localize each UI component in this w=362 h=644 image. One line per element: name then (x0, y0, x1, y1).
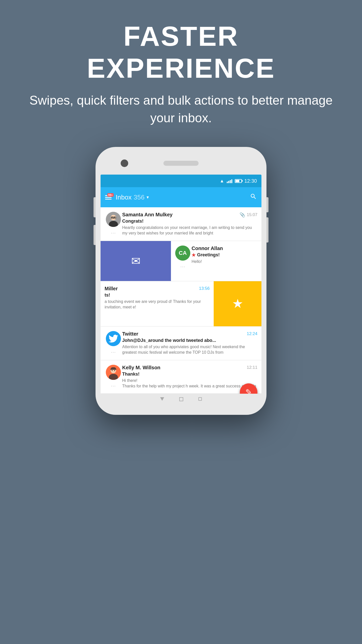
volume-button-right (266, 217, 268, 243)
avatar-area-connor: CA ··· (174, 246, 192, 269)
email-subject-connor: ★ Greetings! (192, 252, 258, 258)
email-time-kelly: 12:11 (247, 365, 257, 370)
email-item-twitter[interactable]: ··· Twitter 12:24 John@DJs_around the wo… (101, 327, 261, 360)
star-icon: ★ (192, 252, 196, 258)
avatar-area-kelly: ··· (105, 365, 122, 389)
email-item-kelly[interactable]: ··· Kelly M. Willson 12:11 Thanks! Hi th… (101, 360, 261, 394)
page-title: FASTER EXPERIENCE (25, 20, 337, 84)
inbox-title: Inbox 356 ▾ (116, 193, 246, 201)
email-options-dots-samanta[interactable]: ··· (111, 230, 116, 236)
wifi-icon: ▲ (220, 178, 224, 184)
email-content-samanta: Samanta Ann Mulkey 📎 15:07 Congrats! Hea… (122, 212, 257, 236)
swipe-mark-read-action: ✉ (101, 241, 171, 281)
notification-badge: 99+ (107, 193, 114, 197)
status-icons: ▲ 12:30 (220, 178, 257, 184)
email-subject-miller: ts! (105, 293, 210, 298)
inbox-label: Inbox (116, 193, 132, 201)
phone-shell: ▲ 12:30 9 (96, 147, 266, 415)
star-swipe-icon: ★ (232, 296, 243, 311)
mark-read-icon: ✉ (131, 255, 141, 267)
app-bar: 99+ Inbox 356 ▾ (101, 187, 261, 207)
hamburger-line-3 (105, 199, 112, 199)
email-subject-kelly: Thanks! (122, 372, 257, 377)
email-options-dots-twitter[interactable]: ··· (111, 349, 116, 355)
sender-name-connor: Connor Allan (192, 246, 223, 251)
status-bar: ▲ 12:30 (101, 175, 261, 187)
attachment-icon: 📎 (240, 212, 245, 218)
email-preview-miller: a touching event we are very proud d! Th… (105, 299, 210, 310)
phone-screen: ▲ 12:30 9 (101, 175, 261, 394)
recents-nav-button[interactable] (198, 397, 202, 401)
email-list: ··· Samanta Ann Mulkey 📎 15:07 Congrats!… (101, 207, 261, 394)
swipe-star-action: ★ (214, 281, 261, 326)
connor-email-content: CA ··· Connor Allan ★ Greetings! Hello! (171, 241, 261, 281)
hamburger-line-2 (105, 197, 112, 198)
avatar-twitter (106, 331, 121, 346)
dropdown-arrow-icon[interactable]: ▾ (147, 194, 149, 200)
email-preview-connor: Hello! (192, 259, 258, 264)
email-time-samanta: 📎 15:07 (240, 212, 257, 218)
email-time-twitter: 12:24 (247, 331, 257, 336)
email-item-samanta[interactable]: ··· Samanta Ann Mulkey 📎 15:07 Congrats!… (101, 207, 261, 241)
email-content-twitter: Twitter 12:24 John@DJs_around the world … (122, 331, 257, 355)
miller-email-content: Miller 13:56 ts! a touching event we are… (101, 281, 214, 326)
email-subject-twitter: John@DJs_around the world tweeted abo... (122, 338, 257, 343)
avatar-samanta (106, 212, 121, 227)
compose-icon: ✎ (245, 387, 252, 394)
page-subtitle: Swipes, quick filters and bulk actions t… (25, 92, 337, 127)
email-subject-samanta: Congrats! (122, 219, 257, 224)
email-text-connor: Connor Allan ★ Greetings! Hello! (192, 246, 258, 264)
email-time-miller: 13:56 (199, 286, 210, 291)
avatar-area-samanta: ··· (105, 212, 122, 236)
email-options-dots-connor[interactable]: ··· (180, 264, 185, 269)
avatar-area-twitter: ··· (105, 331, 122, 355)
email-preview-samanta: Heartly congratulations on your recent m… (122, 225, 257, 236)
email-preview-kelly: Hi there!Thanks for the help with my pro… (122, 378, 257, 389)
front-camera (121, 159, 128, 167)
phone-top-area (101, 157, 261, 170)
email-item-connor[interactable]: ✉ CA ··· Connor Allan ★ Greetings! (101, 241, 261, 281)
status-time: 12:30 (244, 178, 257, 184)
email-item-miller[interactable]: Miller 13:56 ts! a touching event we are… (101, 281, 261, 327)
volume-up-button (94, 197, 96, 217)
volume-down-button (94, 225, 96, 245)
page-header: FASTER EXPERIENCE Swipes, quick filters … (0, 0, 362, 142)
svg-point-12 (114, 370, 115, 371)
avatar-connor: CA (175, 246, 190, 261)
sender-name-twitter: Twitter (122, 331, 138, 337)
avatar-kelly (106, 365, 121, 380)
hamburger-menu-button[interactable]: 99+ (105, 195, 112, 199)
sender-name-miller: Miller (105, 286, 118, 292)
back-nav-button[interactable] (160, 397, 164, 401)
search-button[interactable] (250, 193, 257, 202)
home-nav-button[interactable] (179, 397, 183, 401)
power-button (266, 197, 268, 212)
email-options-dots-kelly[interactable]: ··· (111, 383, 116, 389)
battery-icon (235, 179, 242, 183)
email-content-kelly: Kelly M. Willson 12:11 Thanks! Hi there!… (122, 365, 257, 389)
sender-name-kelly: Kelly M. Willson (122, 365, 160, 371)
signal-icon (227, 179, 232, 183)
inbox-count: 356 (134, 193, 145, 201)
earpiece-speaker (163, 161, 199, 166)
sender-name-samanta: Samanta Ann Mulkey (122, 212, 172, 218)
email-preview-twitter: Attention to all of you who appriviates … (122, 344, 257, 355)
phone-nav-bar (101, 394, 261, 405)
svg-point-11 (112, 370, 113, 371)
